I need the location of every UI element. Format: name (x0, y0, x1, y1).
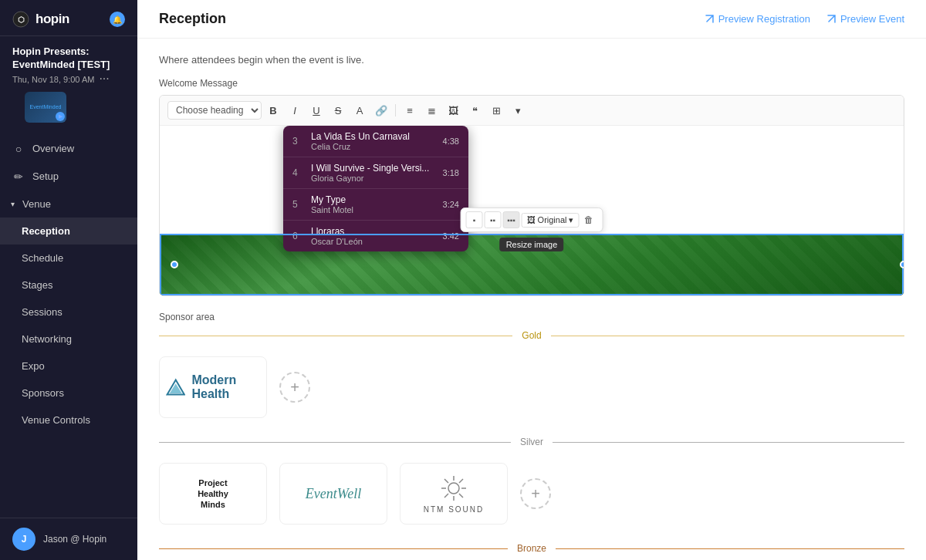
svg-line-9 (444, 479, 448, 483)
bronze-tier: Bronze (159, 543, 904, 560)
preview-registration-label: Preview Registration (718, 13, 810, 25)
track-number: 5 (292, 199, 305, 210)
track-number: 3 (292, 136, 305, 147)
gold-tier: Gold Modern Health + (159, 330, 904, 424)
delete-image-button[interactable]: 🗑 (580, 211, 597, 228)
silver-sponsor-row: ProjectHealthyMinds EventWell (159, 457, 904, 531)
resize-medium-button[interactable]: ▪▪ (485, 211, 502, 228)
track-duration: 3:42 (443, 231, 459, 241)
resize-small-button[interactable]: ▪ (466, 211, 483, 228)
external-link-icon2 (826, 14, 836, 25)
add-gold-sponsor-button[interactable]: + (279, 372, 310, 403)
heading-select[interactable]: Choose heading Heading 1 Heading 2 Headi… (167, 101, 262, 120)
bronze-tier-header: Bronze (159, 543, 904, 554)
sidebar-item-networking[interactable]: Networking (0, 326, 137, 353)
eventwell-logo: EventWell (306, 486, 361, 502)
event-name: Hopin Presents: EventMinded [TEST] (12, 46, 125, 72)
svg-line-11 (459, 479, 463, 483)
sidebar-item-label: Networking (22, 333, 72, 345)
silver-tier-line-left (159, 442, 511, 443)
notification-badge[interactable]: 🔔 (110, 12, 125, 27)
svg-line-10 (459, 494, 463, 498)
gold-tier-name: Gold (512, 330, 550, 341)
bullet-list-button[interactable]: ≡ (400, 100, 420, 120)
sidebar-item-expo[interactable]: Expo (0, 353, 137, 380)
sidebar-item-setup[interactable]: ✏ Setup (0, 163, 137, 191)
chevron-down-icon: ▾ (11, 200, 15, 208)
resize-tooltip: Resize image (500, 238, 564, 251)
svg-text:⬡: ⬡ (18, 15, 25, 24)
bold-button[interactable]: B (263, 100, 283, 120)
more-toolbar-button[interactable]: ▾ (508, 100, 528, 120)
image-button[interactable]: 🖼 (443, 100, 463, 120)
track-number: 4 (292, 167, 305, 178)
sidebar-item-venue-controls[interactable]: Venue Controls (0, 407, 137, 433)
preview-event-label: Preview Event (840, 13, 904, 25)
underline-button[interactable]: U (306, 100, 326, 120)
sidebar-item-schedule[interactable]: Schedule (0, 245, 137, 272)
resize-handle-right[interactable] (900, 261, 904, 268)
sidebar-item-venue[interactable]: ▾ Venue (0, 191, 137, 218)
editor-body[interactable]: 3 La Vida Es Un Carnaval Celia Cruz 4:38… (160, 126, 904, 295)
table-button[interactable]: ⊞ (486, 100, 506, 120)
image-size-dropdown[interactable]: 🖼 Original ▾ (522, 213, 580, 228)
track-artist: Celia Cruz (311, 142, 437, 151)
track-title: My Type (311, 194, 437, 205)
resize-large-button[interactable]: ▪▪▪ (503, 211, 520, 228)
sidebar-item-label: Expo (22, 360, 45, 372)
event-thumbnail[interactable]: EventMinded ▶ (25, 92, 66, 123)
track-row-4[interactable]: 4 I Will Survive - Single Versi... Glori… (283, 157, 468, 189)
modern-health-name: Modern Health (191, 373, 260, 401)
resize-handle-left[interactable] (171, 261, 178, 268)
sidebar-item-overview[interactable]: ○ Overview (0, 135, 137, 163)
sidebar-item-sponsors[interactable]: Sponsors (0, 380, 137, 407)
gold-tier-line-right (551, 336, 904, 336)
modern-health-logo: Modern Health (166, 373, 260, 401)
event-more-button[interactable]: ··· (99, 72, 109, 86)
track-info: My Type Saint Motel (311, 194, 437, 214)
editor-toolbar: Choose heading Heading 1 Heading 2 Headi… (160, 96, 904, 126)
track-row-5[interactable]: 5 My Type Saint Motel 3:24 (283, 189, 468, 221)
track-duration: 3:18 (443, 168, 459, 177)
svg-line-12 (444, 494, 448, 498)
ntm-sound-sponsor[interactable]: NTM SOUND (400, 463, 508, 525)
app-logo[interactable]: ⬡ hopin 🔔 (12, 11, 125, 28)
silver-tier-line-right (553, 442, 904, 443)
image-resize-toolbar: ▪ ▪▪ ▪▪▪ 🖼 Original ▾ 🗑 Resize image (461, 207, 603, 232)
sidebar-item-sessions[interactable]: Sessions (0, 299, 137, 326)
gold-sponsor-row: Modern Health + (159, 350, 904, 424)
track-title: Lloraras (311, 226, 437, 237)
text-color-button[interactable]: A (350, 100, 370, 120)
welcome-message-label: Welcome Message (159, 78, 904, 89)
eventwell-sponsor[interactable]: EventWell (279, 463, 387, 525)
sidebar-item-label: Sponsors (22, 387, 64, 399)
sidebar-item-label: Venue (22, 198, 51, 210)
link-button[interactable]: 🔗 (371, 100, 391, 120)
sidebar-item-label: Reception (22, 225, 70, 237)
external-link-icon (704, 14, 715, 25)
sidebar-item-reception[interactable]: Reception (0, 218, 137, 245)
strikethrough-button[interactable]: S (328, 100, 348, 120)
setup-icon: ✏ (12, 170, 25, 183)
sidebar-header: ⬡ hopin 🔔 (0, 0, 137, 36)
ntm-sun-icon (440, 474, 468, 502)
project-healthy-minds-sponsor[interactable]: ProjectHealthyMinds (159, 463, 267, 525)
track-duration: 4:38 (443, 137, 459, 146)
track-row-3[interactable]: 3 La Vida Es Un Carnaval Celia Cruz 4:38 (283, 126, 468, 157)
preview-registration-link[interactable]: Preview Registration (704, 13, 810, 25)
track-number: 6 (292, 231, 305, 241)
italic-button[interactable]: I (285, 100, 305, 120)
ordered-list-button[interactable]: ≣ (421, 100, 441, 120)
track-row-6[interactable]: 6 Lloraras Oscar D'León 3:42 (283, 221, 468, 251)
silver-tier-name: Silver (511, 437, 553, 447)
ntm-text: NTM SOUND (424, 505, 485, 514)
sponsor-area: Sponsor area Gold Modern (159, 312, 904, 560)
quote-button[interactable]: ❝ (465, 100, 485, 120)
sidebar-item-stages[interactable]: Stages (0, 272, 137, 299)
track-artist: Saint Motel (311, 205, 437, 214)
modern-health-sponsor[interactable]: Modern Health (159, 356, 267, 418)
add-silver-sponsor-button[interactable]: + (520, 478, 551, 509)
sidebar-item-label: Overview (32, 143, 74, 154)
preview-event-link[interactable]: Preview Event (826, 13, 904, 25)
sidebar-item-label: Stages (22, 279, 52, 291)
